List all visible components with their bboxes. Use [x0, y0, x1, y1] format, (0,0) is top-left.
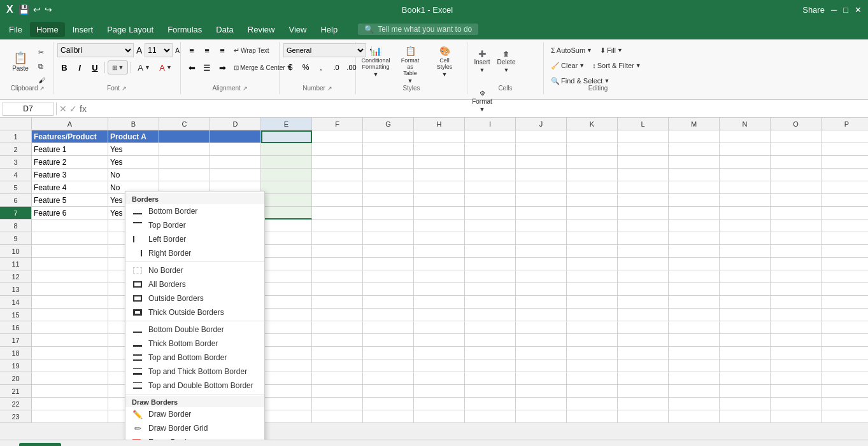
- cell-e1[interactable]: [261, 130, 312, 143]
- border-button[interactable]: ⊞ ▼: [108, 60, 128, 74]
- underline-button[interactable]: U: [88, 60, 102, 74]
- font-size-decrease[interactable]: A: [136, 45, 142, 55]
- redo-icon[interactable]: ↪: [45, 4, 52, 15]
- cell-p6[interactable]: [822, 194, 868, 207]
- cell-e4[interactable]: [261, 169, 312, 181]
- cell-c4[interactable]: [159, 169, 210, 181]
- cell-o2[interactable]: [771, 143, 822, 156]
- paste-button[interactable]: 📋 Paste: [6, 43, 34, 80]
- cell-j8[interactable]: [516, 220, 567, 232]
- cell-h1[interactable]: [414, 130, 465, 143]
- col-header-j[interactable]: J: [516, 118, 567, 130]
- cut-button[interactable]: ✂: [36, 46, 55, 59]
- col-header-e[interactable]: E: [261, 118, 312, 130]
- cell-k8[interactable]: [567, 220, 618, 232]
- col-header-m[interactable]: M: [669, 118, 720, 130]
- row-header-22[interactable]: 22: [0, 398, 32, 410]
- align-right[interactable]: ➡: [215, 60, 229, 74]
- cell-m3[interactable]: [669, 156, 720, 169]
- menu-no-border[interactable]: No Border: [125, 263, 264, 277]
- cell-i1[interactable]: [465, 130, 516, 143]
- cell-j4[interactable]: [516, 169, 567, 181]
- menu-erase-border[interactable]: ⌦ Erase Border: [125, 435, 264, 440]
- cell-a4[interactable]: Feature 3: [32, 169, 108, 181]
- cell-f4[interactable]: [312, 169, 363, 181]
- cell-n3[interactable]: [720, 156, 771, 169]
- cell-g7[interactable]: [363, 207, 414, 220]
- menu-insert[interactable]: Insert: [66, 22, 100, 37]
- col-header-c[interactable]: C: [159, 118, 210, 130]
- row-header-14[interactable]: 14: [0, 296, 32, 309]
- formula-confirm-icon[interactable]: ✓: [69, 104, 77, 114]
- share-button[interactable]: Share: [802, 5, 825, 15]
- menu-data[interactable]: Data: [210, 22, 239, 37]
- undo-icon[interactable]: ↩: [33, 4, 41, 15]
- menu-top-bottom-border[interactable]: Top and Bottom Border: [125, 351, 264, 365]
- cell-o7[interactable]: [771, 207, 822, 220]
- cell-m2[interactable]: [669, 143, 720, 156]
- menu-draw-border-grid[interactable]: ✏ Draw Border Grid: [125, 421, 264, 435]
- row-header-8[interactable]: 8: [0, 220, 32, 232]
- cell-h6[interactable]: [414, 194, 465, 207]
- cell-c1[interactable]: [159, 130, 210, 143]
- row-header-15[interactable]: 15: [0, 309, 32, 321]
- menu-left-border[interactable]: Left Border: [125, 232, 264, 246]
- cell-h5[interactable]: [414, 181, 465, 194]
- cell-b4[interactable]: No: [108, 169, 159, 181]
- row-header-20[interactable]: 20: [0, 372, 32, 385]
- formula-cancel-icon[interactable]: ✕: [59, 104, 67, 114]
- col-header-g[interactable]: G: [363, 118, 414, 130]
- col-header-h[interactable]: H: [414, 118, 465, 130]
- currency-button[interactable]: $: [283, 60, 297, 74]
- font-color-button[interactable]: A ▼: [155, 60, 176, 74]
- border-dropdown-arrow[interactable]: ▼: [118, 64, 124, 71]
- cell-l1[interactable]: [618, 130, 669, 143]
- cell-i6[interactable]: [465, 194, 516, 207]
- menu-help[interactable]: Help: [314, 22, 344, 37]
- increase-decimal[interactable]: .0: [329, 60, 343, 74]
- cell-m8[interactable]: [669, 220, 720, 232]
- cell-j7[interactable]: [516, 207, 567, 220]
- cell-b3[interactable]: Yes: [108, 156, 159, 169]
- row-header-7[interactable]: 7: [0, 207, 32, 220]
- cell-l6[interactable]: [618, 194, 669, 207]
- row-header-13[interactable]: 13: [0, 283, 32, 296]
- cell-p7[interactable]: [822, 207, 868, 220]
- cell-d1[interactable]: [210, 130, 261, 143]
- cell-a1[interactable]: Features/Product: [32, 130, 108, 143]
- row-header-19[interactable]: 19: [0, 359, 32, 372]
- cell-i7[interactable]: [465, 207, 516, 220]
- cell-l8[interactable]: [618, 220, 669, 232]
- cell-d4[interactable]: [210, 169, 261, 181]
- cell-m7[interactable]: [669, 207, 720, 220]
- row-header-17[interactable]: 17: [0, 334, 32, 347]
- menu-formulas[interactable]: Formulas: [161, 22, 208, 37]
- cell-f8[interactable]: [312, 220, 363, 232]
- row-header-4[interactable]: 4: [0, 169, 32, 181]
- cell-g6[interactable]: [363, 194, 414, 207]
- col-header-i[interactable]: I: [465, 118, 516, 130]
- menu-bottom-double-border[interactable]: Bottom Double Border: [125, 323, 264, 337]
- cell-styles-button[interactable]: 🎨 CellStyles ▼: [429, 43, 460, 80]
- cell-a7[interactable]: Feature 6: [32, 207, 108, 220]
- cell-b1[interactable]: Product A: [108, 130, 159, 143]
- cell-a3[interactable]: Feature 2: [32, 156, 108, 169]
- cell-e6[interactable]: [261, 194, 312, 207]
- menu-draw-border[interactable]: ✏️ Draw Border: [125, 407, 264, 421]
- cell-a6[interactable]: Feature 5: [32, 194, 108, 207]
- cell-j2[interactable]: [516, 143, 567, 156]
- cell-g4[interactable]: [363, 169, 414, 181]
- menu-top-thick-bottom-border[interactable]: Top and Thick Bottom Border: [125, 365, 264, 379]
- cell-l3[interactable]: [618, 156, 669, 169]
- cell-m5[interactable]: [669, 181, 720, 194]
- col-header-a[interactable]: A: [32, 118, 108, 130]
- menu-top-border[interactable]: Top Border: [125, 218, 264, 232]
- cell-h3[interactable]: [414, 156, 465, 169]
- cell-c2[interactable]: [159, 143, 210, 156]
- cell-n1[interactable]: [720, 130, 771, 143]
- font-color-arrow[interactable]: ▼: [166, 64, 172, 71]
- cell-styles-arrow[interactable]: ▼: [442, 71, 448, 78]
- font-name-select[interactable]: Calibri: [57, 43, 134, 57]
- cell-d3[interactable]: [210, 156, 261, 169]
- format-table-arrow[interactable]: ▼: [408, 78, 413, 84]
